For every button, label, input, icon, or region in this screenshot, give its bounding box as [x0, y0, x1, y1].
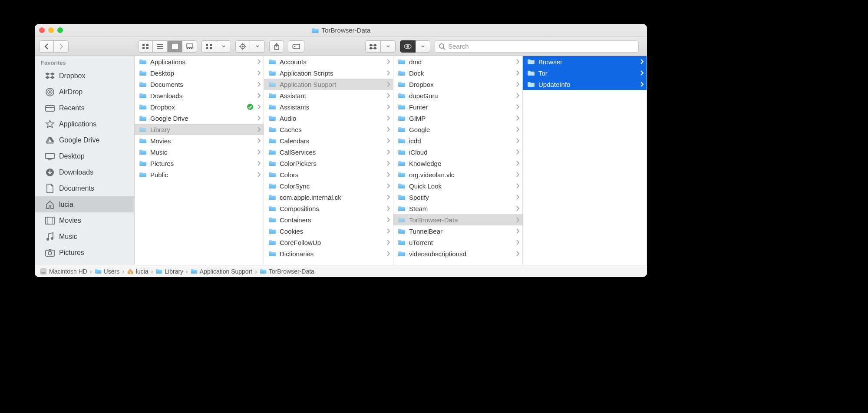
folder-item[interactable]: Assistant: [264, 90, 393, 101]
sidebar-item-pictures[interactable]: Pictures: [35, 244, 134, 261]
folder-item[interactable]: Dropbox: [135, 101, 264, 112]
folder-item[interactable]: Funter: [393, 101, 522, 112]
sidebar-item-recents[interactable]: Recents: [35, 100, 134, 116]
folder-item[interactable]: Desktop: [135, 67, 264, 79]
folder-item[interactable]: Google: [393, 124, 522, 135]
folder-item[interactable]: org.videolan.vlc: [393, 169, 522, 180]
folder-item[interactable]: ColorPickers: [264, 158, 393, 169]
folder-item[interactable]: Downloads: [135, 90, 264, 101]
sidebar-item-movies[interactable]: Movies: [35, 212, 134, 228]
folder-item[interactable]: Applications: [135, 56, 264, 67]
folder-item[interactable]: dmd: [393, 56, 522, 67]
arrange-dropdown[interactable]: [216, 40, 231, 53]
folder-item[interactable]: GIMP: [393, 112, 522, 124]
folder-icon: [139, 81, 147, 87]
column-1[interactable]: AccountsApplication ScriptsApplication S…: [264, 56, 393, 265]
folder-item[interactable]: Movies: [135, 135, 264, 146]
folder-item[interactable]: videosubscriptionsd: [393, 248, 522, 259]
breadcrumb-torbrowser-data[interactable]: TorBrowser-Data: [260, 268, 314, 275]
breadcrumb-lucia[interactable]: lucia: [127, 268, 149, 275]
folder-item[interactable]: iCloud: [393, 146, 522, 158]
folder-item[interactable]: Compositions: [264, 203, 393, 214]
folder-item[interactable]: Music: [135, 146, 264, 158]
arrange-button[interactable]: [201, 40, 216, 53]
breadcrumb-label: Users: [104, 268, 120, 275]
folder-item[interactable]: CallServices: [264, 146, 393, 158]
folder-item[interactable]: dupeGuru: [393, 90, 522, 101]
sidebar-item-dropbox[interactable]: Dropbox: [35, 68, 134, 84]
tags-button[interactable]: [288, 40, 304, 53]
folder-icon: [398, 70, 406, 76]
breadcrumb-macintosh-hd[interactable]: Macintosh HD: [40, 268, 87, 275]
sidebar-item-applications[interactable]: Applications: [35, 116, 134, 132]
share-button[interactable]: [269, 40, 284, 53]
sidebar-item-desktop[interactable]: Desktop: [35, 148, 134, 164]
folder-item[interactable]: Colors: [264, 169, 393, 180]
funter-toolbar-button[interactable]: [400, 40, 416, 53]
forward-button[interactable]: [54, 40, 69, 53]
svg-rect-47: [46, 250, 54, 256]
folder-item[interactable]: Tor: [523, 67, 647, 79]
folder-item[interactable]: Quick Look: [393, 180, 522, 192]
folder-item[interactable]: Spotify: [393, 192, 522, 203]
column-3[interactable]: BrowserTorUpdateInfo: [523, 56, 647, 265]
item-name: GIMP: [409, 115, 512, 122]
sidebar-item-music[interactable]: Music: [35, 228, 134, 244]
folder-item[interactable]: TorBrowser-Data: [393, 214, 522, 225]
list-view-button[interactable]: [153, 40, 168, 53]
breadcrumb-application-support[interactable]: Application Support: [191, 268, 252, 275]
folder-item[interactable]: Knowledge: [393, 158, 522, 169]
folder-item[interactable]: Library: [135, 124, 264, 135]
folder-item[interactable]: Accounts: [264, 56, 393, 67]
folder-item[interactable]: Calendars: [264, 135, 393, 146]
folder-item[interactable]: Application Scripts: [264, 67, 393, 79]
breadcrumb-users[interactable]: Users: [95, 268, 120, 275]
folder-item[interactable]: Documents: [135, 79, 264, 90]
folder-item[interactable]: Pictures: [135, 158, 264, 169]
dropbox-toolbar-button[interactable]: [365, 40, 381, 53]
chevron-right-icon: [516, 251, 520, 256]
folder-item[interactable]: Public: [135, 169, 264, 180]
sidebar-item-downloads[interactable]: Downloads: [35, 164, 134, 180]
item-name: Spotify: [409, 194, 512, 201]
column-view-button[interactable]: [168, 40, 182, 53]
search-input[interactable]: Search: [435, 40, 639, 53]
folder-item[interactable]: Steam: [393, 203, 522, 214]
svg-rect-16: [187, 48, 188, 49]
folder-item[interactable]: TunnelBear: [393, 225, 522, 237]
folder-item[interactable]: CoreFollowUp: [264, 237, 393, 248]
folder-item[interactable]: Cookies: [264, 225, 393, 237]
folder-item[interactable]: UpdateInfo: [523, 79, 647, 90]
folder-item[interactable]: Browser: [523, 56, 647, 67]
folder-item[interactable]: Audio: [264, 112, 393, 124]
folder-item[interactable]: uTorrent: [393, 237, 522, 248]
sidebar-item-lucia[interactable]: lucia: [35, 196, 134, 212]
chevron-right-icon: [516, 70, 520, 76]
sidebar-item-google-drive[interactable]: Google Drive: [35, 132, 134, 148]
gallery-view-button[interactable]: [182, 40, 197, 53]
dropbox-toolbar-dropdown[interactable]: [381, 40, 396, 53]
item-name: TorBrowser-Data: [409, 216, 512, 224]
column-2[interactable]: dmdDockDropboxdupeGuruFunterGIMPGoogleic…: [393, 56, 523, 265]
icon-view-button[interactable]: [138, 40, 153, 53]
folder-item[interactable]: Dictionaries: [264, 248, 393, 259]
folder-item[interactable]: Caches: [264, 124, 393, 135]
sidebar-item-airdrop[interactable]: AirDrop: [35, 84, 134, 100]
folder-item[interactable]: com.apple.internal.ck: [264, 192, 393, 203]
folder-item[interactable]: ColorSync: [264, 180, 393, 192]
column-0[interactable]: ApplicationsDesktopDocumentsDownloadsDro…: [135, 56, 264, 265]
action-dropdown[interactable]: [250, 40, 265, 53]
folder-item[interactable]: Dropbox: [393, 79, 522, 90]
folder-item[interactable]: Assistants: [264, 101, 393, 112]
breadcrumb-library[interactable]: Library: [155, 268, 183, 275]
sidebar-item-documents[interactable]: Documents: [35, 180, 134, 196]
item-name: Colors: [280, 171, 383, 178]
folder-item[interactable]: Application Support: [264, 79, 393, 90]
folder-item[interactable]: Dock: [393, 67, 522, 79]
back-button[interactable]: [39, 40, 54, 53]
action-button[interactable]: [235, 40, 250, 53]
folder-item[interactable]: Google Drive: [135, 112, 264, 124]
folder-item[interactable]: Containers: [264, 214, 393, 225]
folder-item[interactable]: icdd: [393, 135, 522, 146]
funter-toolbar-dropdown[interactable]: [416, 40, 430, 53]
